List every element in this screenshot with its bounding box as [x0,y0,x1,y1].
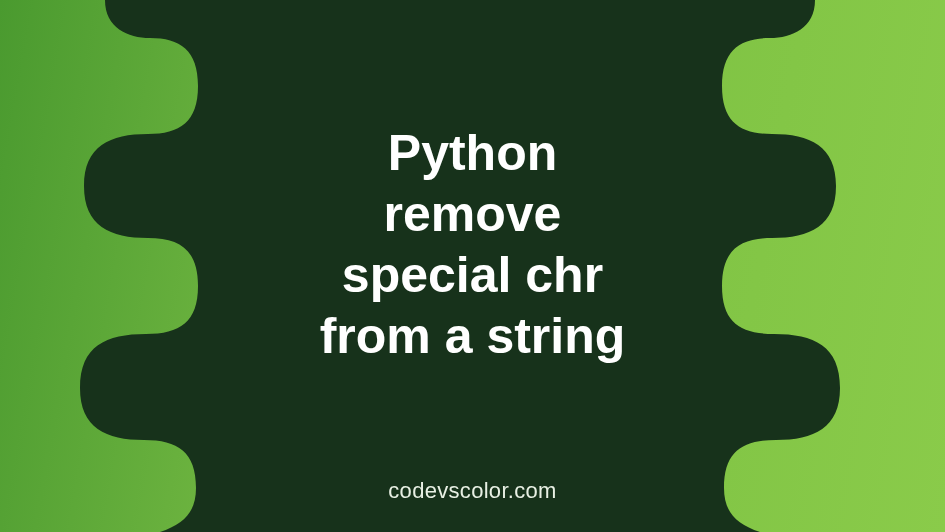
banner-credit: codevscolor.com [388,478,556,504]
banner-canvas: Python remove special chr from a string … [0,0,945,532]
banner-title: Python remove special chr from a string [320,123,626,367]
